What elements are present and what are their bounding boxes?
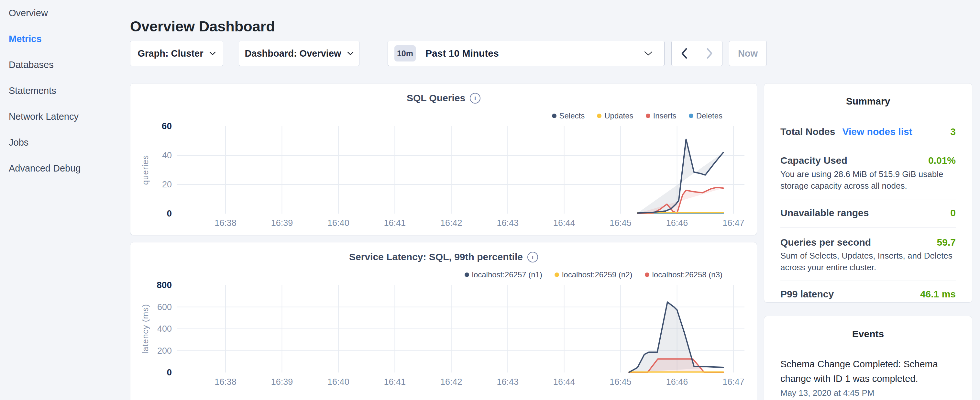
- capacity-caption: You are using 28.6 MiB of 515.9 GiB usab…: [780, 168, 962, 191]
- summary-title: Summary: [764, 96, 972, 107]
- chevron-down-icon: [644, 51, 652, 56]
- x-axis-tick: 16:40: [316, 377, 361, 387]
- time-step-buttons: [671, 41, 722, 66]
- y-axis-tick: 40: [130, 150, 172, 161]
- legend-item: localhost:26257 (n1): [465, 270, 542, 279]
- legend-item: Updates: [597, 112, 633, 120]
- y-axis-tick: 600: [130, 302, 172, 312]
- x-axis-tick: 16:38: [203, 218, 248, 228]
- divider: [780, 227, 956, 228]
- time-range-picker[interactable]: 10m Past 10 Minutes: [388, 41, 665, 66]
- legend-item: Selects: [552, 112, 585, 120]
- divider: [780, 280, 956, 281]
- service-latency-chart-card: Service Latency: SQL, 99th percentile i …: [130, 242, 757, 400]
- x-axis-tick: 16:41: [372, 218, 417, 228]
- chevron-down-icon: [347, 51, 354, 56]
- legend-dot-icon: [646, 113, 650, 118]
- sidebar-item-statements[interactable]: Statements: [0, 78, 129, 104]
- view-nodes-list-link[interactable]: View nodes list: [842, 126, 912, 137]
- summary-row-unavailable-ranges: Unavailable ranges 0: [780, 207, 956, 218]
- controls-divider: [375, 41, 375, 65]
- legend-item: localhost:26258 (n3): [645, 270, 722, 279]
- x-axis-tick: 16:47: [711, 377, 756, 387]
- x-axis-tick: 16:42: [429, 377, 474, 387]
- total-nodes-value: 3: [950, 126, 956, 137]
- summary-row-qps: Queries per second 59.7: [780, 237, 956, 248]
- page-title: Overview Dashboard: [130, 18, 275, 35]
- sidebar-item-jobs[interactable]: Jobs: [0, 129, 129, 155]
- dashboard-dropdown-label: Dashboard: Overview: [245, 48, 341, 59]
- legend-dot-icon: [689, 113, 694, 118]
- sidebar-item-advanced-debug[interactable]: Advanced Debug: [0, 155, 129, 181]
- y-axis-tick: 20: [130, 179, 172, 190]
- event-text: Schema Change Completed: Schema change w…: [780, 357, 942, 386]
- db-console-page: Overview Metrics Databases Statements Ne…: [0, 0, 980, 400]
- info-icon[interactable]: i: [527, 252, 538, 263]
- qps-value: 59.7: [937, 237, 956, 248]
- x-axis-tick: 16:43: [485, 218, 530, 228]
- y-axis-tick: 60: [130, 121, 172, 131]
- sidebar-item-metrics[interactable]: Metrics: [0, 26, 129, 52]
- chart-legend: localhost:26257 (n1)localhost:26259 (n2)…: [465, 270, 722, 279]
- chart-plot-area[interactable]: [177, 285, 745, 373]
- summary-row-total-nodes: Total NodesView nodes list 3: [780, 126, 956, 137]
- sidebar-item-databases[interactable]: Databases: [0, 52, 129, 78]
- divider: [780, 199, 956, 199]
- x-axis-tick: 16:46: [654, 218, 700, 228]
- x-axis-tick: 16:45: [598, 377, 643, 387]
- x-axis-tick: 16:46: [654, 377, 700, 387]
- divider: [780, 146, 956, 146]
- chart-legend: SelectsUpdatesInsertsDeletes: [552, 112, 723, 120]
- y-axis-tick: 0: [130, 367, 172, 378]
- chart-title: Service Latency: SQL, 99th percentile: [349, 252, 523, 263]
- p99-latency-value: 46.1 ms: [920, 288, 956, 300]
- chart-plot-area[interactable]: [177, 126, 745, 214]
- legend-item: localhost:26259 (n2): [555, 270, 632, 279]
- x-axis-tick: 16:44: [542, 218, 587, 228]
- dashboard-dropdown[interactable]: Dashboard: Overview: [239, 41, 360, 66]
- x-axis-tick: 16:45: [598, 218, 643, 228]
- step-forward-button[interactable]: [697, 41, 722, 66]
- graph-dropdown[interactable]: Graph: Cluster: [130, 41, 223, 66]
- legend-dot-icon: [597, 113, 601, 118]
- y-axis-tick: 400: [130, 324, 172, 334]
- y-axis-tick: 800: [130, 280, 172, 290]
- x-axis-tick: 16:44: [542, 377, 587, 387]
- info-icon[interactable]: i: [470, 93, 480, 104]
- legend-item: Inserts: [646, 112, 676, 120]
- time-range-badge: 10m: [395, 45, 416, 62]
- legend-dot-icon: [552, 113, 557, 118]
- event-timestamp: May 13, 2020 at 4:45 PM: [780, 388, 875, 398]
- step-back-button[interactable]: [672, 41, 697, 66]
- summary-row-p99: P99 latency 46.1 ms: [780, 288, 956, 300]
- unavailable-ranges-value: 0: [950, 207, 956, 218]
- legend-dot-icon: [465, 273, 469, 277]
- events-panel: Events Schema Change Completed: Schema c…: [764, 316, 972, 400]
- graph-dropdown-label: Graph: Cluster: [137, 48, 203, 59]
- y-axis-tick: 200: [130, 346, 172, 356]
- legend-item: Deletes: [689, 112, 722, 120]
- summary-panel: Summary Total NodesView nodes list 3 Cap…: [764, 83, 972, 303]
- chevron-right-icon: [706, 48, 713, 59]
- sidebar: Overview Metrics Databases Statements Ne…: [0, 0, 129, 400]
- sidebar-item-overview[interactable]: Overview: [0, 0, 129, 26]
- events-title: Events: [764, 328, 972, 339]
- x-axis-tick: 16:41: [372, 377, 417, 387]
- chart-title: SQL Queries: [407, 92, 465, 104]
- sidebar-item-network-latency[interactable]: Network Latency: [0, 104, 129, 129]
- now-button[interactable]: Now: [729, 41, 767, 66]
- x-axis-tick: 16:39: [259, 377, 304, 387]
- y-axis-tick: 0: [130, 209, 172, 219]
- chevron-down-icon: [209, 51, 216, 56]
- x-axis-tick: 16:40: [316, 218, 361, 228]
- x-axis-tick: 16:43: [485, 377, 530, 387]
- capacity-used-value: 0.01%: [928, 155, 956, 166]
- x-axis-tick: 16:42: [429, 218, 474, 228]
- summary-row-capacity: Capacity Used 0.01%: [780, 155, 956, 166]
- x-axis-tick: 16:39: [259, 218, 304, 228]
- legend-dot-icon: [645, 273, 649, 277]
- sql-queries-chart-card: SQL Queries i SelectsUpdatesInsertsDelet…: [130, 83, 757, 235]
- x-axis-tick: 16:38: [203, 377, 248, 387]
- x-axis-tick: 16:47: [711, 218, 756, 228]
- qps-caption: Sum of Selects, Updates, Inserts, and De…: [780, 250, 962, 273]
